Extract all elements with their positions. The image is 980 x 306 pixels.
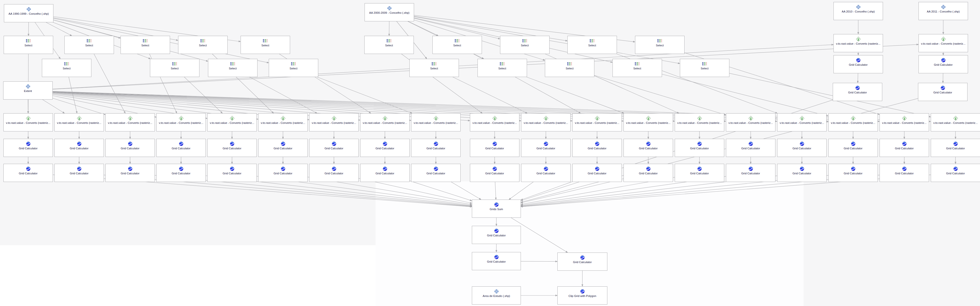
node-s00_6[interactable]: Select [545, 59, 594, 77]
node-vtr13[interactable]: v.to.rast.value - Converts (rasteriz... [624, 113, 673, 131]
node-gca11[interactable]: Grid Calculator [521, 139, 571, 157]
node-s90_8[interactable]: Select [240, 36, 290, 54]
node-gca1[interactable]: Grid Calculator [3, 139, 53, 157]
node-gcb9[interactable]: Grid Calculator [411, 164, 461, 182]
grass-rasterize-icon [953, 116, 958, 121]
node-gcSum1[interactable]: Grid Calculator [472, 226, 521, 244]
node-gcSum3[interactable]: Grid Calculator [557, 253, 607, 271]
node-in2011[interactable]: AA 2011 - Concelho (.shp) [918, 2, 968, 20]
node-gca10[interactable]: Grid Calculator [470, 139, 519, 157]
node-vtr16[interactable]: v.to.rast.value - Converts (rasteriz... [777, 113, 827, 131]
modeler-canvas[interactable]: AA 1990-1999 - Concelho (.shp)AA 2000-20… [0, 0, 980, 306]
node-gca9[interactable]: Grid Calculator [411, 139, 461, 157]
node-label: Grid Calculator [274, 172, 293, 175]
node-s00_1[interactable]: Select [364, 36, 414, 54]
node-gc2010a[interactable]: Grid Calculator [834, 55, 883, 73]
node-vtr15[interactable]: v.to.rast.value - Converts (rasteriz... [726, 113, 775, 131]
node-gcb16[interactable]: Grid Calculator [777, 164, 827, 182]
node-gca3[interactable]: Grid Calculator [105, 139, 155, 157]
node-s90_9[interactable]: Select [269, 59, 318, 77]
node-gc2011b[interactable]: Grid Calculator [918, 83, 967, 101]
node-gca4[interactable]: Grid Calculator [156, 139, 206, 157]
node-in2010[interactable]: AA 2010 - Concelho (.shp) [834, 2, 883, 20]
node-clipGrid[interactable]: Clip Grid with Polygon [557, 286, 607, 304]
node-s90_5[interactable]: Select [150, 59, 199, 77]
node-s00_9[interactable]: Select [635, 36, 684, 54]
node-vtr17[interactable]: v.to.rast.value - Converts (rasteriz... [828, 113, 878, 131]
node-gcb7[interactable]: Grid Calculator [309, 164, 359, 182]
node-s00_4[interactable]: Select [477, 59, 527, 77]
node-gca18[interactable]: Grid Calculator [880, 139, 929, 157]
node-extent[interactable]: Extent [3, 81, 52, 100]
node-gca16[interactable]: Grid Calculator [777, 139, 827, 157]
node-gcb15[interactable]: Grid Calculator [726, 164, 775, 182]
node-s90_3[interactable]: Select [64, 36, 114, 54]
node-vtr2[interactable]: v.to.rast.value - Converts (rasteriz... [54, 113, 104, 131]
node-gcb13[interactable]: Grid Calculator [624, 164, 673, 182]
node-vtr14[interactable]: v.to.rast.value - Converts (rasteriz... [675, 113, 724, 131]
node-gcb11[interactable]: Grid Calculator [521, 164, 571, 182]
node-gcb2[interactable]: Grid Calculator [54, 164, 104, 182]
node-gcb6[interactable]: Grid Calculator [258, 164, 308, 182]
node-gcb5[interactable]: Grid Calculator [207, 164, 257, 182]
node-gcb8[interactable]: Grid Calculator [360, 164, 410, 182]
node-vtr1[interactable]: v.to.rast.value - Converts (rasteriz... [3, 113, 53, 131]
node-s00_5[interactable]: Select [500, 36, 549, 54]
node-gc2010b[interactable]: Grid Calculator [833, 83, 882, 101]
node-vtr6[interactable]: v.to.rast.value - Converts (rasteriz... [258, 113, 308, 131]
node-s90_7[interactable]: Select [208, 59, 258, 77]
node-label: Select [701, 67, 708, 70]
node-vtr2010[interactable]: v.to.rast.value - Converts (rasteriz... [834, 34, 883, 52]
node-vtr18[interactable]: v.to.rast.value - Converts (rasteriz... [880, 113, 929, 131]
node-areaEstudo[interactable]: Area de Estudo (.shp) [472, 286, 521, 304]
node-label: Grid Calculator [426, 172, 445, 175]
node-gca14[interactable]: Grid Calculator [675, 139, 724, 157]
node-s00_8[interactable]: Select [612, 59, 662, 77]
node-gridsSum[interactable]: Grids Sum [472, 199, 521, 218]
node-gcb19[interactable]: Grid Calculator [931, 164, 980, 182]
node-gc2011a[interactable]: Grid Calculator [918, 55, 968, 73]
node-vtr7[interactable]: v.to.rast.value - Converts (rasteriz... [309, 113, 359, 131]
node-gca2[interactable]: Grid Calculator [54, 139, 104, 157]
node-vtr19[interactable]: v.to.rast.value - Converts (rasteriz... [931, 113, 980, 131]
node-vtr3[interactable]: v.to.rast.value - Converts (rasteriz... [105, 113, 155, 131]
node-gcb3[interactable]: Grid Calculator [105, 164, 155, 182]
node-gcb18[interactable]: Grid Calculator [880, 164, 929, 182]
node-vtr2011[interactable]: v.to.rast.value - Converts (rasteriz... [918, 34, 968, 52]
node-gcb12[interactable]: Grid Calculator [572, 164, 622, 182]
node-vtr12[interactable]: v.to.rast.value - Converts (rasteriz... [572, 113, 622, 131]
node-vtr11[interactable]: v.to.rast.value - Converts (rasteriz... [521, 113, 571, 131]
node-s90_6[interactable]: Select [178, 36, 228, 54]
node-gca8[interactable]: Grid Calculator [360, 139, 410, 157]
node-gca15[interactable]: Grid Calculator [726, 139, 775, 157]
node-gcSum2[interactable]: Grid Calculator [472, 252, 521, 270]
select-table-icon [263, 38, 268, 43]
node-gca6[interactable]: Grid Calculator [258, 139, 308, 157]
node-in2000[interactable]: AA 2000-2009 - Concelho (.shp) [364, 3, 414, 21]
node-gca12[interactable]: Grid Calculator [572, 139, 622, 157]
node-in1990[interactable]: AA 1990-1999 - Concelho (.shp) [4, 4, 53, 22]
node-s00_10[interactable]: Select [680, 59, 729, 77]
node-gcb14[interactable]: Grid Calculator [675, 164, 724, 182]
node-vtr8[interactable]: v.to.rast.value - Converts (rasteriz... [360, 113, 410, 131]
node-gcb4[interactable]: Grid Calculator [156, 164, 206, 182]
node-vtr10[interactable]: v.to.rast.value - Converts (rasteriz... [470, 113, 519, 131]
node-gca13[interactable]: Grid Calculator [624, 139, 673, 157]
node-vtr5[interactable]: v.to.rast.value - Converts (rasteriz... [207, 113, 257, 131]
node-s90_4[interactable]: Select [121, 36, 170, 54]
node-gcb10[interactable]: Grid Calculator [470, 164, 519, 182]
node-gca7[interactable]: Grid Calculator [309, 139, 359, 157]
node-gca17[interactable]: Grid Calculator [828, 139, 878, 157]
node-gcb1[interactable]: Grid Calculator [3, 164, 53, 182]
node-vtr4[interactable]: v.to.rast.value - Converts (rasteriz... [156, 113, 206, 131]
node-s00_7[interactable]: Select [568, 36, 617, 54]
node-s00_3[interactable]: Select [433, 36, 482, 54]
node-vtr9[interactable]: v.to.rast.value - Converts (rasteriz... [411, 113, 461, 131]
saga-module-icon [580, 255, 585, 260]
node-gca5[interactable]: Grid Calculator [207, 139, 257, 157]
node-s90_2[interactable]: Select [42, 59, 91, 77]
node-gca19[interactable]: Grid Calculator [931, 139, 980, 157]
node-s90_1[interactable]: Select [4, 36, 53, 54]
node-gcb17[interactable]: Grid Calculator [828, 164, 878, 182]
node-s00_2[interactable]: Select [409, 59, 459, 77]
